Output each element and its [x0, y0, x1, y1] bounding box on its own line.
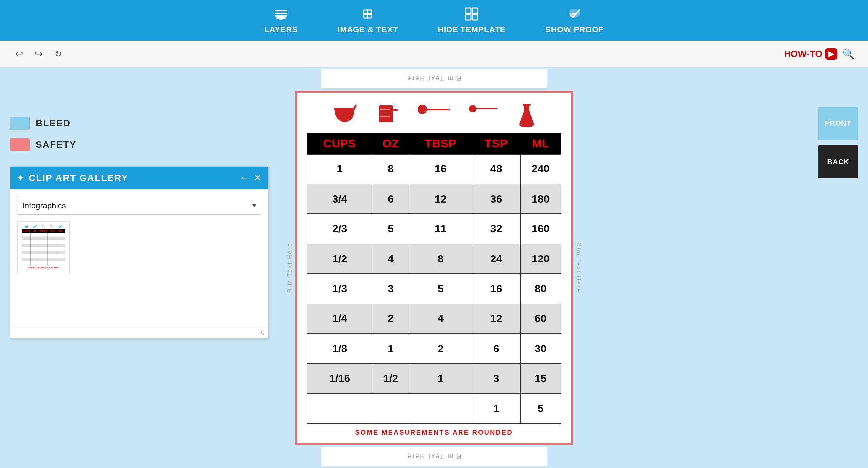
canvas-area: Rim Text Here Rim Text Here Rim Text Her… — [0, 67, 868, 468]
zoom-icon[interactable]: 🔍 — [842, 48, 855, 60]
col-tsp: TSP — [472, 133, 521, 154]
show-proof-icon — [567, 7, 582, 23]
table-cell: 3 — [372, 274, 409, 303]
svg-rect-46 — [476, 108, 498, 109]
youtube-icon: ▶ — [825, 48, 837, 60]
measurement-icons — [331, 103, 537, 129]
col-ml: ML — [521, 133, 561, 154]
front-view-button[interactable]: FRONT — [818, 107, 858, 140]
table-cell: 1/16 — [307, 364, 372, 394]
refresh-button[interactable]: ↻ — [52, 46, 64, 61]
table-cell — [409, 394, 472, 424]
table-cell: 4 — [409, 304, 472, 334]
table-cell: 1/2 — [372, 364, 409, 394]
table-cell: 2 — [372, 304, 409, 334]
table-cell: 6 — [472, 334, 521, 363]
col-cups: CUPS — [307, 133, 372, 154]
table-cell: 1 — [472, 394, 521, 424]
rim-bottom[interactable]: Rim Text Here — [321, 447, 547, 466]
svg-rect-41 — [380, 112, 390, 113]
table-cell: 2 — [409, 334, 472, 363]
nav-image-text[interactable]: IMAGE & TEXT — [338, 7, 398, 34]
table-cell: 1/3 — [307, 274, 372, 303]
rim-left-text: Rim Text Here — [286, 242, 293, 293]
rim-top-text: Rim Text Here — [406, 75, 461, 82]
table-cell: 8 — [409, 244, 472, 274]
table-cell: 180 — [521, 184, 561, 214]
table-cell: 3/4 — [307, 184, 372, 214]
svg-rect-40 — [380, 109, 390, 110]
nav-hide-template[interactable]: HIDE TEMPLATE — [438, 7, 505, 34]
large-spoon-icon — [417, 103, 451, 116]
svg-rect-38 — [379, 105, 393, 107]
table-cell: 11 — [409, 214, 472, 244]
nav-image-text-label: IMAGE & TEXT — [338, 25, 398, 34]
main-canvas: ↩ ↪ ↻ HOW-TO ▶ 🔍 BLEED SAFETY ✦ CLIP ART… — [0, 41, 868, 468]
table-cell: 16 — [472, 274, 521, 303]
toolbar-right: HOW-TO ▶ 🔍 — [784, 48, 855, 60]
table-cell: 48 — [472, 154, 521, 184]
table-cell: 5 — [409, 274, 472, 303]
canvas-toolbar: ↩ ↪ ↻ HOW-TO ▶ 🔍 — [0, 41, 868, 67]
small-spoon-icon — [469, 103, 499, 114]
flask-icon — [517, 103, 537, 129]
design-wrapper: Rim Text Here Rim Text Here Rim Text Her… — [275, 69, 593, 466]
cup-icon — [331, 103, 358, 126]
measurement-card: CUPS OZ TBSP TSP ML 1816482403/461236180… — [295, 91, 573, 445]
side-panel: FRONT BACK — [818, 107, 858, 178]
svg-rect-48 — [523, 104, 531, 106]
measurement-table: CUPS OZ TBSP TSP ML 1816482403/461236180… — [307, 133, 561, 424]
svg-rect-42 — [380, 116, 390, 116]
table-cell: 1/2 — [307, 244, 372, 274]
table-cell: 3 — [472, 364, 521, 394]
table-cell: 5 — [372, 214, 409, 244]
rim-bottom-text: Rim Text Here — [406, 453, 461, 460]
nav-hide-template-label: HIDE TEMPLATE — [438, 25, 505, 34]
table-cell: 16 — [409, 154, 472, 184]
table-cell: 8 — [372, 154, 409, 184]
layers-icon — [274, 7, 288, 23]
table-cell: 4 — [372, 244, 409, 274]
table-cell: 2/3 — [307, 214, 372, 244]
table-cell: 240 — [521, 154, 561, 184]
svg-rect-6 — [466, 8, 471, 13]
rim-right-text: Rim Text Here — [575, 242, 582, 293]
rim-top[interactable]: Rim Text Here — [321, 69, 547, 88]
table-cell: 6 — [372, 184, 409, 214]
measuring-cup-icon — [376, 103, 399, 126]
image-text-icon — [361, 7, 375, 23]
undo-button[interactable]: ↩ — [13, 46, 25, 61]
nav-show-proof[interactable]: SHOW PROOF — [545, 7, 604, 34]
hide-template-icon — [464, 7, 479, 23]
table-cell: 1 — [372, 334, 409, 363]
back-view-button[interactable]: BACK — [818, 145, 858, 178]
table-cell: 1/8 — [307, 334, 372, 363]
table-cell — [307, 394, 372, 424]
svg-rect-7 — [472, 8, 478, 13]
table-cell: 32 — [472, 214, 521, 244]
table-cell: 15 — [521, 364, 561, 394]
table-cell: 5 — [521, 394, 561, 424]
svg-point-43 — [418, 105, 427, 114]
svg-rect-1 — [275, 10, 287, 11]
rounded-note: SOME MEASUREMENTS ARE ROUNDED — [355, 429, 513, 436]
table-cell: 1 — [307, 154, 372, 184]
table-cell — [372, 394, 409, 424]
svg-rect-44 — [427, 108, 450, 110]
table-cell: 80 — [521, 274, 561, 303]
svg-rect-8 — [466, 14, 471, 20]
table-cell: 24 — [472, 244, 521, 274]
col-tbsp: TBSP — [409, 133, 472, 154]
redo-button[interactable]: ↪ — [33, 46, 44, 61]
svg-rect-39 — [393, 109, 398, 111]
table-cell: 12 — [409, 184, 472, 214]
how-to-button[interactable]: HOW-TO ▶ — [784, 48, 837, 60]
col-oz: OZ — [372, 133, 409, 154]
table-cell: 120 — [521, 244, 561, 274]
svg-rect-9 — [472, 14, 478, 20]
svg-rect-0 — [275, 12, 287, 14]
top-navigation: LAYERS IMAGE & TEXT HIDE TEMPLATE — [0, 0, 868, 41]
nav-layers[interactable]: LAYERS — [264, 7, 298, 34]
nav-show-proof-label: SHOW PROOF — [545, 25, 604, 34]
table-cell: 1 — [409, 364, 472, 394]
